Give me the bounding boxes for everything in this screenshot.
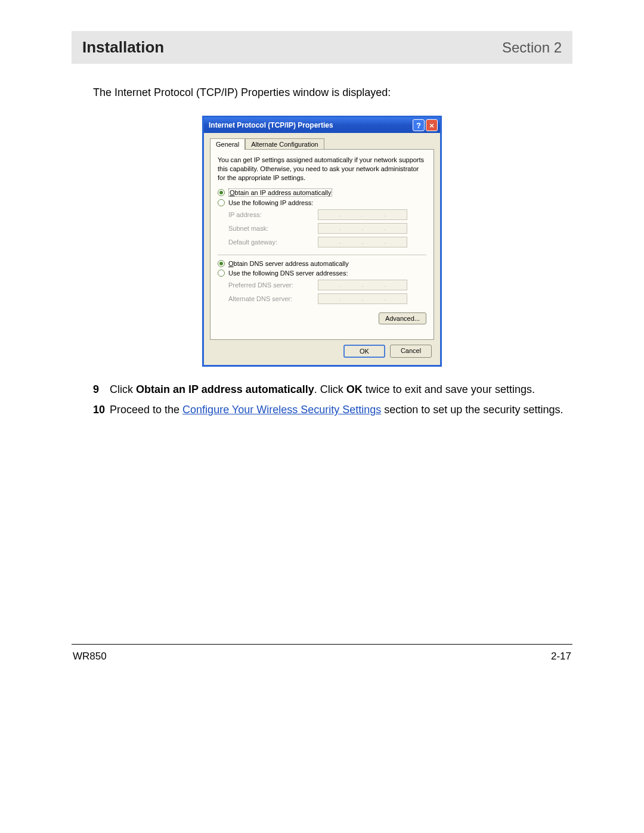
header-title: Installation — [82, 38, 164, 57]
field-label: Default gateway: — [228, 239, 318, 246]
dialog-description: You can get IP settings assigned automat… — [218, 156, 426, 182]
page-header: Installation Section 2 — [72, 31, 572, 64]
field-label: Subnet mask: — [228, 225, 318, 232]
ip-input[interactable]: ... — [318, 293, 407, 304]
close-icon[interactable]: × — [426, 119, 438, 131]
instruction-steps: 9 Click Obtain an IP address automatical… — [93, 382, 572, 417]
link-configure-wireless-security[interactable]: Configure Your Wireless Security Setting… — [182, 404, 381, 416]
step-body: Click Obtain an IP address automatically… — [110, 382, 572, 397]
tab-general[interactable]: General — [210, 138, 245, 150]
field-subnet-mask: Subnet mask: ... — [228, 223, 426, 234]
radio-icon — [218, 270, 225, 277]
tabstrip: General Alternate Configuration — [210, 138, 434, 150]
radio-use-following-ip[interactable]: Use the following IP address: — [218, 199, 426, 206]
step-number: 9 — [93, 382, 110, 397]
ip-input[interactable]: ... — [318, 209, 407, 220]
field-label: IP address: — [228, 211, 318, 218]
tcpip-properties-dialog: Internet Protocol (TCP/IP) Properties ? … — [202, 116, 442, 367]
ok-button[interactable]: OK — [343, 345, 385, 358]
page-footer: WR850 2-17 — [72, 651, 572, 662]
radio-label: Obtain an IP address automatically — [228, 188, 332, 197]
advanced-button[interactable]: Advanced... — [379, 312, 426, 324]
ip-input[interactable]: ... — [318, 223, 407, 234]
ip-input[interactable]: ... — [318, 237, 407, 247]
step-9: 9 Click Obtain an IP address automatical… — [93, 382, 572, 397]
header-section: Section 2 — [502, 39, 562, 56]
footer-page-number: 2-17 — [551, 651, 571, 662]
field-alternate-dns: Alternate DNS server: ... — [228, 293, 426, 304]
radio-obtain-ip-auto[interactable]: Obtain an IP address automatically — [218, 188, 426, 197]
dialog-titlebar[interactable]: Internet Protocol (TCP/IP) Properties ? … — [204, 117, 440, 133]
help-icon[interactable]: ? — [413, 119, 425, 131]
step-body: Proceed to the Configure Your Wireless S… — [110, 402, 572, 417]
radio-obtain-dns-auto[interactable]: Obtain DNS server address automatically — [218, 260, 426, 267]
radio-label: Use the following IP address: — [228, 199, 313, 206]
intro-text: The Internet Protocol (TCP/IP) Propertie… — [93, 86, 572, 99]
field-preferred-dns: Preferred DNS server: ... — [228, 280, 426, 290]
footer-model: WR850 — [73, 651, 107, 662]
radio-label: Obtain DNS server address automatically — [228, 260, 349, 267]
radio-icon — [218, 189, 225, 196]
footer-rule — [72, 644, 572, 645]
step-10: 10 Proceed to the Configure Your Wireles… — [93, 402, 572, 417]
dialog-title: Internet Protocol (TCP/IP) Properties — [209, 121, 413, 129]
tab-alternate-configuration[interactable]: Alternate Configuration — [245, 138, 324, 150]
step-number: 10 — [93, 402, 110, 417]
field-label: Preferred DNS server: — [228, 281, 318, 289]
field-default-gateway: Default gateway: ... — [228, 237, 426, 247]
field-label: Alternate DNS server: — [228, 295, 318, 302]
radio-label: Use the following DNS server addresses: — [228, 270, 348, 277]
radio-icon — [218, 260, 225, 267]
tab-panel-general: You can get IP settings assigned automat… — [210, 149, 434, 340]
radio-icon — [218, 199, 225, 206]
radio-use-following-dns[interactable]: Use the following DNS server addresses: — [218, 270, 426, 277]
divider — [218, 255, 426, 255]
cancel-button[interactable]: Cancel — [390, 345, 432, 358]
ip-input[interactable]: ... — [318, 280, 407, 290]
field-ip-address: IP address: ... — [228, 209, 426, 220]
